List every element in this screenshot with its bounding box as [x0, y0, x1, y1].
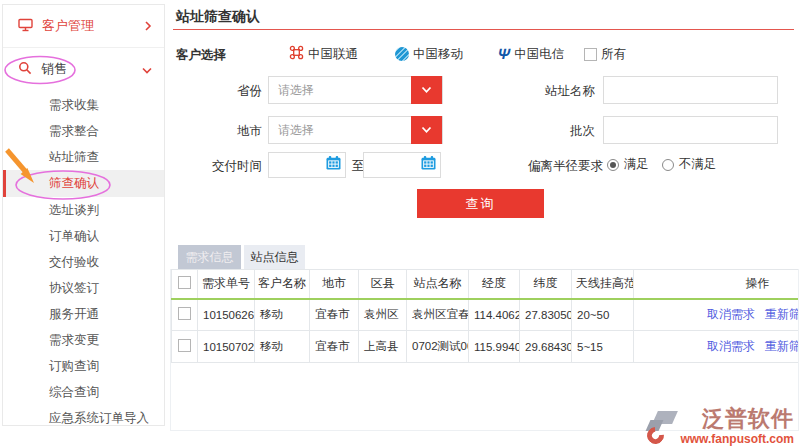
customer-option-label: 中国联通	[308, 46, 358, 63]
row-select-cell	[172, 299, 198, 331]
sidebar-item-customer-management[interactable]: 客户管理	[3, 5, 164, 48]
province-select[interactable]: 请选择	[268, 76, 443, 104]
sidebar-item-combined-query[interactable]: 综合查询	[3, 379, 164, 405]
row-checkbox[interactable]	[178, 307, 191, 320]
sidebar-item-order-confirm[interactable]: 订单确认	[3, 223, 164, 249]
cell-district: 袁州区	[359, 299, 407, 331]
batch-label: 批次	[480, 123, 595, 140]
sidebar-item-demand-change[interactable]: 需求变更	[3, 327, 164, 353]
sidebar-item-demand-collect[interactable]: 需求收集	[3, 92, 164, 118]
rescreen-link[interactable]: 重新筛查	[765, 307, 799, 321]
cell-longitude: 114.406200	[469, 299, 520, 331]
delivery-time-label: 交付时间	[175, 158, 262, 175]
chevron-right-icon	[144, 19, 152, 34]
radio-label: 满足	[624, 156, 649, 173]
table-row: 1015070200000... 移动 宜春市 上高县 0702测试0043 1…	[172, 331, 800, 363]
province-select-value: 请选择	[269, 82, 314, 99]
province-label: 省份	[175, 83, 262, 100]
row-checkbox[interactable]	[178, 339, 191, 352]
col-city: 地市	[310, 270, 359, 299]
query-button[interactable]: 查询	[417, 189, 544, 218]
cell-district: 上高县	[359, 331, 407, 363]
cell-latitude: 29.684300	[520, 331, 572, 363]
chevron-down-icon	[142, 62, 152, 77]
col-latitude: 纬度	[520, 270, 572, 299]
sidebar-item-site-screening[interactable]: 站址筛查	[3, 144, 164, 170]
sidebar-item-label: 销售	[41, 60, 67, 78]
radio-icon[interactable]	[662, 159, 674, 171]
radio-satisfy[interactable]: 满足	[607, 156, 649, 173]
sidebar-item-delivery-accept[interactable]: 交付验收	[3, 249, 164, 275]
results-table: 需求单号 客户名称 地市 区县 站点名称 经度 纬度 天线挂高范围 (米) 操作…	[171, 269, 799, 363]
customer-option-all[interactable]: 所有	[584, 44, 626, 64]
cell-order-no: 1015062600000...	[198, 299, 255, 331]
date-from-input[interactable]	[268, 152, 346, 178]
table-header-row: 需求单号 客户名称 地市 区县 站点名称 经度 纬度 天线挂高范围 (米) 操作	[172, 270, 800, 299]
cancel-demand-link[interactable]: 取消需求	[707, 307, 755, 321]
tab-demand-info[interactable]: 需求信息	[178, 245, 241, 269]
sidebar-submenu: 需求收集 需求整合 站址筛查 筛查确认 选址谈判 订单确认 交付验收 协议签订 …	[3, 92, 164, 431]
cell-longitude: 115.994000	[469, 331, 520, 363]
cell-latitude: 27.830500	[520, 299, 572, 331]
sidebar-item-site-negotiation[interactable]: 选址谈判	[3, 197, 164, 223]
cell-order-no: 1015070200000...	[198, 331, 255, 363]
rescreen-link[interactable]: 重新筛查	[765, 339, 799, 353]
site-name-label: 站址名称	[480, 83, 595, 100]
sidebar-item-sales[interactable]: 销售	[3, 48, 164, 90]
customer-option-mobile[interactable]: 中国移动	[395, 44, 463, 64]
city-label: 地市	[175, 123, 262, 140]
cell-actions: 取消需求重新筛查	[634, 331, 800, 363]
cell-range: 5~15	[572, 331, 634, 363]
search-icon	[18, 61, 32, 78]
sidebar-item-demand-merge[interactable]: 需求整合	[3, 118, 164, 144]
city-select[interactable]: 请选择	[268, 116, 443, 144]
sidebar-item-service-open[interactable]: 服务开通	[3, 301, 164, 327]
cell-customer: 移动	[255, 299, 310, 331]
col-order-no: 需求单号	[198, 270, 255, 299]
monitor-icon	[18, 18, 33, 35]
customer-select-label: 客户选择	[176, 47, 226, 64]
cell-site: 0702测试0043	[407, 331, 469, 363]
radio-icon[interactable]	[607, 159, 619, 171]
sidebar-item-agreement-sign[interactable]: 协议签订	[3, 275, 164, 301]
calendar-icon[interactable]	[326, 156, 341, 174]
sidebar-item-order-query[interactable]: 订购查询	[3, 353, 164, 379]
site-name-input[interactable]	[603, 76, 778, 104]
city-select-value: 请选择	[269, 122, 314, 139]
col-district: 区县	[359, 270, 407, 299]
title-divider	[173, 29, 794, 30]
col-customer: 客户名称	[255, 270, 310, 299]
cancel-demand-link[interactable]: 取消需求	[707, 339, 755, 353]
cell-customer: 移动	[255, 331, 310, 363]
customer-option-label: 中国电信	[514, 46, 564, 63]
vendor-watermark: 泛普软件 www.fanpusoft.com	[646, 408, 794, 445]
vendor-logo-icon	[646, 409, 678, 445]
select-all-checkbox[interactable]	[178, 276, 191, 289]
customer-option-label: 所有	[601, 46, 626, 63]
sidebar: 客户管理 销售 需求收集 需求整合 站址筛查 筛查确认 选址谈判 订单确认 交付…	[2, 4, 165, 426]
customer-option-telecom[interactable]: Ψ 中国电信	[498, 44, 564, 64]
vendor-url: www.fanpusoft.com	[680, 433, 794, 445]
radio-not-satisfy[interactable]: 不满足	[662, 156, 717, 173]
batch-input[interactable]	[603, 116, 778, 144]
cell-actions: 取消需求重新筛查	[634, 299, 800, 331]
vendor-brand: 泛普软件	[680, 408, 794, 430]
cell-city: 宜春市	[310, 299, 359, 331]
sidebar-item-emergency-import[interactable]: 应急系统订单导入	[3, 405, 164, 431]
col-site: 站点名称	[407, 270, 469, 299]
sidebar-item-screening-confirm[interactable]: 筛查确认	[3, 170, 164, 197]
cell-site: 袁州区宜春...	[407, 299, 469, 331]
col-antenna-range: 天线挂高范围 (米)	[572, 270, 634, 299]
date-to-input[interactable]	[363, 152, 441, 178]
customer-option-unicom[interactable]: 中国联通	[289, 44, 358, 64]
tab-site-info[interactable]: 站点信息	[244, 245, 305, 269]
province-dropdown-button[interactable]	[411, 76, 442, 104]
table-row: 1015062600000... 移动 宜春市 袁州区 袁州区宜春... 114…	[172, 299, 800, 331]
customer-option-label: 中国移动	[413, 46, 463, 63]
all-checkbox[interactable]	[584, 48, 597, 61]
city-dropdown-button[interactable]	[411, 116, 442, 144]
radio-label: 不满足	[679, 156, 717, 173]
col-longitude: 经度	[469, 270, 520, 299]
calendar-icon[interactable]	[421, 156, 436, 174]
mobile-logo-icon	[395, 47, 409, 61]
